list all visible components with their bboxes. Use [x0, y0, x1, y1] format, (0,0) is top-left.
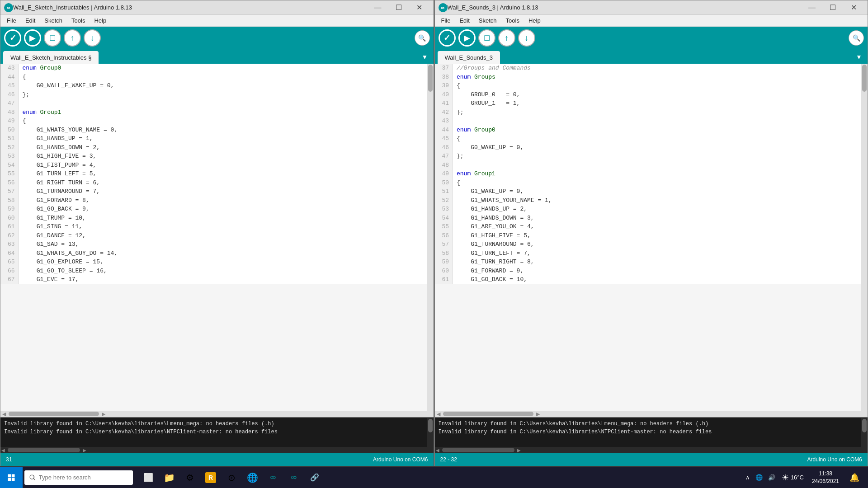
- left-active-tab[interactable]: Wall_E_Sketch_Instructables §: [3, 51, 99, 64]
- arduino-btn-2[interactable]: ∞: [284, 467, 304, 488]
- code-content: G1_RIGHT_TURN = 6,: [19, 178, 427, 188]
- right-maximize-btn[interactable]: ☐: [822, 0, 843, 15]
- notification-btn[interactable]: 🔔: [844, 467, 864, 488]
- arduino-btn-1[interactable]: ∞: [263, 467, 283, 488]
- start-button[interactable]: [0, 467, 23, 488]
- right-close-btn[interactable]: ✕: [843, 0, 864, 15]
- code-content: {: [453, 81, 862, 90]
- line-number: 44: [435, 126, 453, 135]
- code-content: G1_TRUMP = 10,: [19, 214, 427, 223]
- left-menu-sketch[interactable]: Sketch: [40, 16, 67, 25]
- right-h-scrollbar-thumb[interactable]: [443, 412, 533, 416]
- left-minimize-btn[interactable]: —: [368, 0, 388, 15]
- right-scrollbar-thumb[interactable]: [862, 65, 867, 92]
- right-console-h-scroll[interactable]: ◀ ▶: [435, 447, 868, 453]
- left-console-area: Invalid library found in C:\Users\kevha\…: [0, 417, 434, 453]
- code-content: G1_DANCE = 12,: [19, 231, 427, 240]
- right-menu-file[interactable]: File: [437, 16, 455, 25]
- left-serial-btn[interactable]: 🔍: [415, 30, 430, 46]
- left-scrollbar-v[interactable]: [427, 64, 434, 411]
- left-h-scrollbar-thumb[interactable]: [9, 412, 99, 416]
- left-menu-edit[interactable]: Edit: [21, 16, 40, 25]
- table-row: 40 GROUP_0 = 0,: [435, 90, 862, 99]
- left-tab-arrow[interactable]: ▼: [419, 51, 431, 63]
- left-console-scrollbar-v[interactable]: [427, 418, 434, 447]
- left-scrollbar-thumb[interactable]: [428, 65, 433, 92]
- code-content: {: [453, 178, 862, 188]
- line-number: 48: [435, 161, 453, 170]
- tray-volume[interactable]: 🔊: [766, 473, 777, 482]
- code-content: enum Group0: [453, 126, 862, 135]
- code-content: G1_TURN_LEFT = 7,: [453, 249, 862, 258]
- right-new-btn[interactable]: ☐: [478, 29, 495, 47]
- left-arduino-window: ∞ Wall_E_Sketch_Instructables | Arduino …: [0, 0, 434, 466]
- file-explorer-btn[interactable]: 📁: [159, 467, 179, 488]
- code-content: enum Group1: [453, 169, 862, 178]
- right-scrollbar-h[interactable]: ◀ ▶: [435, 411, 868, 417]
- taskbar-search-box[interactable]: [24, 470, 133, 485]
- left-save-btn[interactable]: ↓: [84, 29, 101, 47]
- left-close-btn[interactable]: ✕: [409, 0, 430, 15]
- right-menu-edit[interactable]: Edit: [455, 16, 474, 25]
- task-view-btn[interactable]: ⬜: [138, 467, 158, 488]
- code-content: G1_EVE = 17,: [19, 275, 427, 284]
- tray-network[interactable]: 🌐: [754, 473, 764, 482]
- right-save-btn[interactable]: ↓: [518, 29, 535, 47]
- right-console-h-thumb[interactable]: [442, 448, 514, 452]
- left-console-h-thumb[interactable]: [8, 448, 80, 452]
- cortana-btn[interactable]: ⊙: [222, 467, 241, 488]
- search-input[interactable]: [39, 474, 128, 481]
- table-row: 49enum Group1: [435, 169, 862, 178]
- right-menu-help[interactable]: Help: [524, 16, 545, 25]
- winrar-btn[interactable]: R: [201, 467, 221, 488]
- left-verify-btn[interactable]: ✓: [4, 29, 21, 47]
- left-new-btn[interactable]: ☐: [44, 29, 61, 47]
- weather-widget[interactable]: ☀ 16°C: [779, 473, 807, 483]
- left-code-container[interactable]: 43enum Group044{45 G0_WALL_E_WAKE_UP = 0…: [0, 64, 427, 411]
- code-content: G1_TURN_LEFT = 5,: [19, 169, 427, 178]
- left-upload-btn[interactable]: ▶: [24, 29, 41, 47]
- right-upload-btn[interactable]: ▶: [458, 29, 476, 47]
- line-number: 58: [0, 196, 19, 205]
- code-content: G1_WHATS_YOUR_NAME = 0,: [19, 126, 427, 135]
- code-content: G0_WALL_E_WAKE_UP = 0,: [19, 81, 427, 90]
- right-serial-btn[interactable]: 🔍: [849, 30, 864, 46]
- clock[interactable]: 11:38 24/06/2021: [808, 470, 843, 485]
- right-active-tab[interactable]: Wall_E_Sounds_3: [438, 51, 500, 64]
- line-number: 57: [0, 187, 19, 196]
- right-console-scrollbar-v[interactable]: [861, 418, 868, 447]
- table-row: 47: [0, 99, 427, 108]
- left-console-h-scroll[interactable]: ◀ ▶: [0, 447, 434, 453]
- weather-temp: 16°C: [791, 474, 804, 481]
- code-content: G1_GO_TO_SLEEP = 16,: [19, 267, 427, 276]
- network-icon[interactable]: 🔗: [305, 467, 325, 488]
- code-content: G1_GO_BACK = 9,: [19, 205, 427, 214]
- line-number: 55: [0, 169, 19, 178]
- tray-chevron[interactable]: ∧: [744, 473, 752, 482]
- right-menu-sketch[interactable]: Sketch: [474, 16, 501, 25]
- right-scrollbar-v[interactable]: [861, 64, 868, 411]
- right-menu-tools[interactable]: Tools: [501, 16, 524, 25]
- right-minimize-btn[interactable]: —: [802, 0, 822, 15]
- settings-btn[interactable]: ⚙: [180, 467, 200, 488]
- left-open-btn[interactable]: ↑: [64, 29, 81, 47]
- right-status-line: 22 - 32: [440, 456, 457, 463]
- left-status-bar: 31 Arduino Uno on COM6: [0, 453, 434, 466]
- line-number: 46: [0, 90, 19, 99]
- taskbar-app-icons: ⬜ 📁 ⚙ R ⊙ 🌐 ∞: [138, 467, 325, 488]
- left-menu-help[interactable]: Help: [90, 16, 111, 25]
- left-menu-tools[interactable]: Tools: [67, 16, 90, 25]
- left-maximize-btn[interactable]: ☐: [388, 0, 409, 15]
- right-open-btn[interactable]: ↑: [498, 29, 515, 47]
- chrome-btn[interactable]: 🌐: [242, 467, 262, 488]
- right-tab-arrow[interactable]: ▼: [853, 51, 865, 63]
- right-verify-btn[interactable]: ✓: [439, 29, 456, 47]
- left-scrollbar-h[interactable]: ◀ ▶: [0, 411, 434, 417]
- line-number: 43: [435, 117, 453, 126]
- left-menu-file[interactable]: File: [2, 16, 21, 25]
- right-code-container[interactable]: 37//Groups and Commands38enum Groups39{4…: [435, 64, 862, 411]
- code-content: G1_FORWARD = 9,: [453, 267, 862, 276]
- line-number: 56: [0, 178, 19, 188]
- code-content: G1_HANDS_DOWN = 2,: [19, 143, 427, 152]
- table-row: 51 G1_WAKE_UP = 0,: [435, 187, 862, 196]
